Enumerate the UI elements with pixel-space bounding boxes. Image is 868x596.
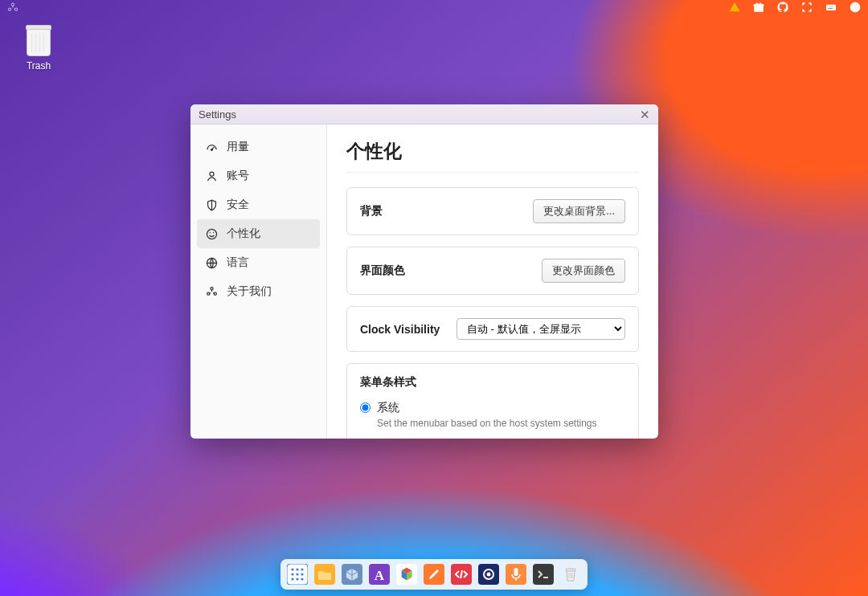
svg-point-32 xyxy=(296,578,298,580)
settings-sidebar: 用量 账号 安全 个性化 语言 关于我们 xyxy=(190,125,327,439)
dock-packages[interactable] xyxy=(342,564,362,585)
colors-label: 界面颜色 xyxy=(360,263,405,278)
svg-point-29 xyxy=(296,573,298,575)
settings-content: 个性化 背景 更改桌面背景... 界面颜色 更改界面颜色 Clock Visib… xyxy=(327,125,658,439)
menubar-style-option-system[interactable]: 系统 Set the menubar based on the host sys… xyxy=(360,401,625,429)
dock-font[interactable]: A xyxy=(369,564,390,585)
close-button[interactable]: ✕ xyxy=(638,108,652,121)
svg-point-27 xyxy=(301,568,303,570)
change-wallpaper-button[interactable]: 更改桌面背景... xyxy=(533,199,625,223)
svg-point-2 xyxy=(14,8,17,10)
svg-point-1 xyxy=(8,8,10,10)
sidebar-item-label: 个性化 xyxy=(227,227,260,241)
window-titlebar[interactable]: Settings ✕ xyxy=(190,104,658,125)
svg-rect-3 xyxy=(734,6,735,8)
dock-color-picker[interactable] xyxy=(424,564,444,585)
sidebar-item-security[interactable]: 安全 xyxy=(197,190,320,219)
svg-point-43 xyxy=(487,573,491,577)
sidebar-item-language[interactable]: 语言 xyxy=(197,248,320,277)
warning-icon[interactable] xyxy=(728,1,741,17)
dock-files[interactable] xyxy=(314,564,335,585)
svg-point-21 xyxy=(211,287,213,289)
svg-point-23 xyxy=(214,292,216,295)
menubar-style-heading: 菜单条样式 xyxy=(360,375,625,390)
system-logo-icon[interactable] xyxy=(6,1,19,17)
svg-text:A: A xyxy=(375,568,385,583)
svg-rect-11 xyxy=(832,6,833,6)
svg-point-15 xyxy=(211,149,213,150)
svg-rect-4 xyxy=(734,10,735,10)
desktop-trash-label: Trash xyxy=(18,60,59,71)
svg-rect-8 xyxy=(827,6,828,6)
dock-mic[interactable] xyxy=(506,564,526,585)
svg-point-33 xyxy=(301,578,303,580)
svg-point-0 xyxy=(11,3,14,6)
svg-rect-46 xyxy=(533,564,554,585)
background-card: 背景 更改桌面背景... xyxy=(346,187,639,235)
clock-visibility-select[interactable]: 自动 - 默认值，全屏显示 xyxy=(457,318,625,340)
sidebar-item-usage[interactable]: 用量 xyxy=(197,133,320,161)
svg-rect-10 xyxy=(830,6,831,6)
svg-point-28 xyxy=(291,573,293,575)
svg-point-17 xyxy=(207,229,216,239)
sidebar-item-label: 用量 xyxy=(227,140,249,154)
svg-rect-47 xyxy=(566,569,575,571)
shield-icon xyxy=(205,198,219,212)
dock-camera[interactable] xyxy=(478,564,499,585)
gift-icon[interactable] xyxy=(752,1,765,17)
dock: A xyxy=(280,559,588,590)
svg-rect-12 xyxy=(828,8,833,9)
page-title: 个性化 xyxy=(346,139,639,173)
svg-point-31 xyxy=(291,578,293,580)
keyboard-icon[interactable] xyxy=(825,1,837,17)
sidebar-item-personalization[interactable]: 个性化 xyxy=(197,219,320,248)
svg-point-14 xyxy=(854,5,857,8)
dock-trash[interactable] xyxy=(560,564,581,585)
settings-window: Settings ✕ 用量 账号 安全 个性化 语言 xyxy=(190,104,658,439)
menubar-style-radio-system[interactable] xyxy=(360,402,371,413)
menubar xyxy=(0,0,868,18)
window-title: Settings xyxy=(199,108,236,120)
svg-point-19 xyxy=(213,231,214,232)
sidebar-item-label: 语言 xyxy=(227,255,249,270)
change-colors-button[interactable]: 更改界面颜色 xyxy=(542,259,625,283)
sidebar-item-label: 账号 xyxy=(227,169,249,183)
sidebar-item-label: 安全 xyxy=(227,198,249,212)
svg-point-16 xyxy=(210,172,214,176)
sidebar-item-about[interactable]: 关于我们 xyxy=(197,277,320,306)
github-icon[interactable] xyxy=(776,1,789,17)
svg-point-22 xyxy=(207,292,210,295)
dock-terminal[interactable] xyxy=(533,564,554,585)
svg-point-30 xyxy=(301,573,303,575)
desktop-trash[interactable]: Trash xyxy=(18,27,59,71)
background-label: 背景 xyxy=(360,204,383,218)
trash-icon xyxy=(27,27,51,56)
globe-icon xyxy=(205,256,219,270)
menubar-style-desc: Set the menubar based on the host system… xyxy=(377,418,597,429)
svg-rect-45 xyxy=(514,568,518,576)
dock-apps[interactable] xyxy=(287,564,308,585)
colors-card: 界面颜色 更改界面颜色 xyxy=(346,247,639,295)
about-icon xyxy=(205,285,219,299)
sidebar-item-label: 关于我们 xyxy=(227,284,272,299)
clock-visibility-label: Clock Visibility xyxy=(360,323,440,336)
sidebar-item-account[interactable]: 账号 xyxy=(197,161,320,190)
fullscreen-icon[interactable] xyxy=(800,1,813,17)
svg-point-26 xyxy=(296,568,298,570)
clock-visibility-card: Clock Visibility 自动 - 默认值，全屏显示 xyxy=(346,306,639,352)
dock-code[interactable] xyxy=(451,564,472,585)
svg-rect-9 xyxy=(829,6,829,6)
svg-point-18 xyxy=(210,231,211,232)
palette-icon xyxy=(205,227,219,241)
menubar-style-label: 系统 xyxy=(377,401,597,415)
gauge-icon xyxy=(205,141,219,154)
dock-3d[interactable] xyxy=(396,564,417,585)
user-icon[interactable] xyxy=(849,1,862,17)
menubar-style-card: 菜单条样式 系统 Set the menubar based on the ho… xyxy=(346,363,639,439)
person-icon xyxy=(205,169,219,183)
svg-point-25 xyxy=(291,568,293,570)
